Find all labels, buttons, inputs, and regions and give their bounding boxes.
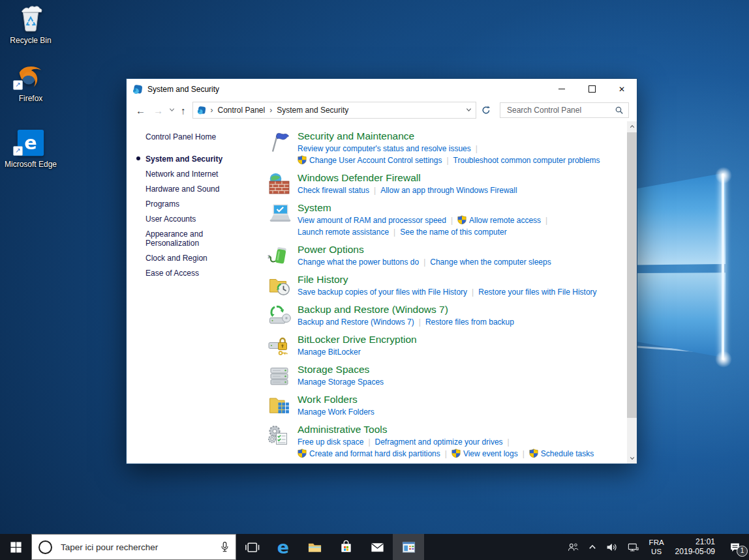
section-body: Power OptionsChange what the power butto… [298, 243, 551, 268]
taskbar-app-file-explorer[interactable] [299, 534, 330, 560]
task-link-check-firewall-status[interactable]: Check firewall status [298, 186, 369, 195]
task-link-schedule-tasks[interactable]: Schedule tasks [541, 449, 594, 458]
close-button[interactable]: ✕ [607, 79, 637, 99]
task-link-save-backup-copies-of-your-files-with-file-history[interactable]: Save backup copies of your files with Fi… [298, 287, 467, 297]
admin-tools-icon [268, 424, 291, 447]
taskbar-app-control-panel[interactable] [393, 534, 424, 560]
clock[interactable]: 21:01 2019-05-09 [669, 534, 721, 560]
people-button[interactable] [562, 534, 584, 560]
refresh-button[interactable] [478, 106, 495, 115]
language-line1: FRA [649, 538, 664, 547]
scroll-up-arrow[interactable] [627, 121, 637, 132]
window-titlebar[interactable]: System and Security ✕ [127, 79, 637, 99]
scrollbar-thumb[interactable] [627, 132, 637, 418]
minimize-button[interactable] [547, 79, 577, 99]
window-title: System and Security [147, 85, 219, 94]
search-box[interactable] [500, 102, 629, 118]
recent-locations-chevron-icon[interactable] [167, 107, 177, 114]
sidebar-item-label: Clock and Region [145, 254, 207, 263]
section-power-options: Power OptionsChange what the power butto… [268, 243, 625, 268]
desktop-icon-microsoft-edge[interactable]: ↗Microsoft Edge [4, 128, 57, 169]
task-link-backup-and-restore-windows-7[interactable]: Backup and Restore (Windows 7) [298, 317, 414, 327]
maximize-button[interactable] [577, 79, 607, 99]
sidebar-item-ease-of-access[interactable]: Ease of Access [145, 269, 247, 278]
sidebar-item-system-and-security[interactable]: System and Security [145, 155, 247, 164]
task-link-review-your-computer-s-status-and-resolve-issues[interactable]: Review your computer's status and resolv… [298, 144, 471, 153]
microphone-icon[interactable] [221, 541, 229, 553]
section-title-power-options[interactable]: Power Options [298, 243, 551, 256]
volume-button[interactable] [601, 534, 622, 560]
taskbar-search-box[interactable] [31, 534, 236, 560]
sidebar-item-user-accounts[interactable]: User Accounts [145, 214, 247, 224]
desktop-icon-recycle-bin[interactable]: Recycle Bin [4, 4, 57, 45]
task-link-defragment-and-optimize-your-drives[interactable]: Defragment and optimize your drives [375, 437, 503, 447]
task-link-manage-work-folders[interactable]: Manage Work Folders [298, 407, 374, 417]
taskbar-app-mail[interactable] [361, 534, 393, 560]
task-link-restore-files-from-backup[interactable]: Restore files from backup [425, 317, 514, 327]
address-bar[interactable]: ›Control Panel›System and Security [192, 102, 477, 119]
breadcrumb-item-system-and-security[interactable]: System and Security [277, 106, 348, 115]
section-title-administrative-tools[interactable]: Administrative Tools [298, 423, 594, 436]
start-button[interactable] [0, 534, 31, 560]
task-link-change-when-the-computer-sleeps[interactable]: Change when the computer sleeps [430, 258, 551, 267]
taskbar-app-edge[interactable]: e [268, 534, 299, 560]
taskbar-search-input[interactable] [59, 542, 217, 553]
section-title-storage-spaces[interactable]: Storage Spaces [298, 363, 384, 376]
sidebar-item-network-and-internet[interactable]: Network and Internet [145, 169, 247, 179]
control-panel-window: System and Security ✕ ← → ↑ ›Control Pan… [126, 78, 637, 464]
task-row: View amount of RAM and processor speed|A… [298, 214, 552, 226]
uac-shield-icon [298, 155, 307, 164]
scroll-down-arrow[interactable] [627, 453, 637, 464]
taskbar-app-microsoft-store[interactable] [330, 534, 361, 560]
task-row: Save backup copies of your files with Fi… [298, 286, 597, 298]
taskbar-app-task-view[interactable] [236, 534, 268, 560]
section-title-security-and-maintenance[interactable]: Security and Maintenance [298, 130, 600, 143]
address-dropdown-chevron-icon[interactable] [466, 106, 472, 115]
back-button[interactable]: ← [132, 105, 149, 116]
task-link-allow-an-app-through-windows-firewall[interactable]: Allow an app through Windows Firewall [380, 186, 517, 195]
section-title-work-folders[interactable]: Work Folders [298, 393, 374, 406]
search-input[interactable] [506, 105, 615, 115]
task-link-restore-your-files-with-file-history[interactable]: Restore your files with File History [478, 287, 596, 297]
task-link-manage-storage-spaces[interactable]: Manage Storage Spaces [298, 377, 384, 387]
sidebar-item-control-panel-home[interactable]: Control Panel Home [145, 132, 247, 141]
section-title-backup-and-restore-windows-7[interactable]: Backup and Restore (Windows 7) [298, 303, 514, 316]
task-link-launch-remote-assistance[interactable]: Launch remote assistance [298, 228, 389, 237]
section-title-system[interactable]: System [298, 201, 552, 214]
section-title-windows-defender-firewall[interactable]: Windows Defender Firewall [298, 171, 517, 184]
task-link-troubleshoot-common-computer-problems[interactable]: Troubleshoot common computer problems [453, 156, 600, 165]
time-text: 21:01 [675, 537, 715, 547]
separator: | [472, 287, 474, 297]
sidebar-item-appearance-and-personalization[interactable]: Appearance and Personalization [145, 229, 247, 248]
task-link-change-user-account-control-settings[interactable]: Change User Account Control settings [309, 156, 442, 165]
task-link-manage-bitlocker[interactable]: Manage BitLocker [298, 347, 361, 357]
action-center-button[interactable]: 1 [721, 534, 749, 560]
sidebar-item-programs[interactable]: Programs [145, 199, 247, 209]
date-text: 2019-05-09 [675, 547, 715, 557]
breadcrumb-item-control-panel[interactable]: Control Panel [218, 106, 266, 115]
sidebar-item-clock-and-region[interactable]: Clock and Region [145, 254, 247, 263]
desktop-icon-firefox[interactable]: ↗Firefox [4, 62, 57, 103]
section-title-bitlocker-drive-encryption[interactable]: BitLocker Drive Encryption [298, 333, 417, 346]
sidebar-item-hardware-and-sound[interactable]: Hardware and Sound [145, 184, 247, 194]
task-link-see-the-name-of-this-computer[interactable]: See the name of this computer [400, 228, 506, 237]
sidebar-item-label: Programs [145, 199, 179, 209]
section-body: BitLocker Drive EncryptionManage BitLock… [298, 333, 417, 358]
task-row: Manage BitLocker [298, 346, 417, 358]
show-hidden-icons-button[interactable] [584, 534, 601, 560]
task-link-change-what-the-power-buttons-do[interactable]: Change what the power buttons do [298, 258, 419, 267]
forward-button[interactable]: → [149, 105, 167, 116]
task-row: Launch remote assistance|See the name of… [298, 226, 552, 238]
task-link-allow-remote-access[interactable]: Allow remote access [469, 216, 541, 225]
task-link-view-event-logs[interactable]: View event logs [463, 449, 518, 458]
task-link-view-amount-of-ram-and-processor-speed[interactable]: View amount of RAM and processor speed [298, 216, 446, 225]
task-link-create-and-format-hard-disk-partitions[interactable]: Create and format hard disk partitions [309, 449, 440, 458]
section-body: SystemView amount of RAM and processor s… [298, 201, 552, 238]
up-button[interactable]: ↑ [177, 105, 190, 116]
task-link-free-up-disk-space[interactable]: Free up disk space [298, 437, 363, 447]
network-button[interactable] [622, 534, 644, 560]
section-title-file-history[interactable]: File History [298, 273, 597, 286]
language-indicator[interactable]: FRA US [644, 534, 669, 560]
section-system: SystemView amount of RAM and processor s… [268, 201, 625, 238]
vertical-scrollbar[interactable] [627, 121, 637, 464]
